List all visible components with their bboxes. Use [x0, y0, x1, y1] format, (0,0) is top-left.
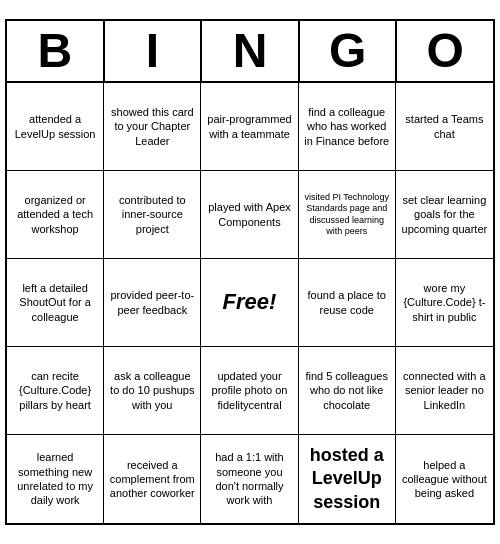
- cell-r3c4: found a place to reuse code: [299, 259, 396, 347]
- cell-r4c2: ask a colleague to do 10 pushups with yo…: [104, 347, 201, 435]
- bingo-grid: attended a LevelUp sessionshowed this ca…: [7, 83, 493, 523]
- cell-r3c2: provided peer-to-peer feedback: [104, 259, 201, 347]
- header-letter-b: B: [7, 21, 105, 81]
- cell-r1c2: showed this card to your Chapter Leader: [104, 83, 201, 171]
- cell-r3c3: Free!: [201, 259, 298, 347]
- cell-r5c3: had a 1:1 with someone you don't normall…: [201, 435, 298, 523]
- cell-r4c1: can recite {Culture.Code} pillars by hea…: [7, 347, 104, 435]
- cell-r1c1: attended a LevelUp session: [7, 83, 104, 171]
- cell-r1c4: find a colleague who has worked in Finan…: [299, 83, 396, 171]
- cell-r3c1: left a detailed ShoutOut for a colleague: [7, 259, 104, 347]
- bingo-card: BINGO attended a LevelUp sessionshowed t…: [5, 19, 495, 525]
- cell-r2c1: organized or attended a tech workshop: [7, 171, 104, 259]
- cell-r5c2: received a complement from another cowor…: [104, 435, 201, 523]
- header-letter-g: G: [300, 21, 398, 81]
- header-letter-o: O: [397, 21, 493, 81]
- cell-r2c2: contributed to inner-source project: [104, 171, 201, 259]
- cell-r4c5: connected with a senior leader no Linked…: [396, 347, 493, 435]
- header-letter-i: I: [105, 21, 203, 81]
- cell-r2c5: set clear learning goals for the upcomin…: [396, 171, 493, 259]
- cell-r1c3: pair-programmed with a teammate: [201, 83, 298, 171]
- cell-r4c4: find 5 colleagues who do not like chocol…: [299, 347, 396, 435]
- cell-r2c3: played with Apex Components: [201, 171, 298, 259]
- bingo-header: BINGO: [7, 21, 493, 83]
- cell-r5c4: hosted a LevelUp session: [299, 435, 396, 523]
- cell-r5c5: helped a colleague without being asked: [396, 435, 493, 523]
- cell-r3c5: wore my {Culture.Code} t-shirt in public: [396, 259, 493, 347]
- cell-r4c3: updated your profile photo on fidelityce…: [201, 347, 298, 435]
- cell-r2c4: visited PI Technology Standards page and…: [299, 171, 396, 259]
- cell-r1c5: started a Teams chat: [396, 83, 493, 171]
- cell-r5c1: learned something new unrelated to my da…: [7, 435, 104, 523]
- header-letter-n: N: [202, 21, 300, 81]
